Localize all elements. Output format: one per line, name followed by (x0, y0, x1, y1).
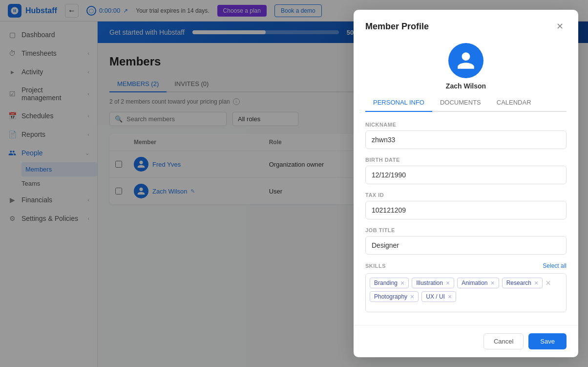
job-title-input[interactable] (365, 236, 567, 255)
modal-footer: Cancel Save (354, 325, 578, 357)
modal-body: NICKNAME BIRTH DATE TAX ID JOB TITLE SKI… (354, 112, 578, 325)
tax-id-input[interactable] (365, 201, 567, 219)
job-title-group: JOB TITLE (365, 227, 567, 255)
modal-tabs: PERSONAL INFO DOCUMENTS CALENDAR (365, 94, 567, 112)
modal-tab-documents[interactable]: DOCUMENTS (432, 94, 489, 112)
skill-tag-illustration: Illustration × (412, 278, 454, 288)
modal-tab-calendar[interactable]: CALENDAR (489, 94, 539, 112)
job-title-label: JOB TITLE (365, 227, 567, 233)
modal-title: Member Profile (365, 22, 429, 32)
skill-label-animation: Animation (462, 280, 487, 286)
skill-remove-illustration[interactable]: × (446, 280, 450, 286)
skills-group: SKILLS Select all Branding × Illustratio… (365, 262, 567, 312)
tax-id-group: TAX ID (365, 192, 567, 219)
skills-label-row: SKILLS Select all (365, 262, 567, 269)
skill-label-research: Research (506, 280, 531, 286)
skill-label-branding: Branding (374, 280, 398, 286)
skill-remove-research[interactable]: × (534, 280, 538, 286)
select-all-link[interactable]: Select all (543, 262, 567, 269)
nickname-group: NICKNAME (365, 122, 567, 149)
member-profile-modal: Member Profile ✕ Zach Wilson PERSONAL IN… (354, 10, 578, 357)
skill-remove-photography[interactable]: × (410, 293, 414, 300)
skills-label: SKILLS (365, 263, 386, 269)
modal-user-name: Zach Wilson (446, 82, 486, 90)
skill-tag-photography: Photography × (370, 291, 419, 302)
birthdate-input[interactable] (365, 166, 567, 184)
modal-avatar (448, 43, 483, 78)
tax-id-label: TAX ID (365, 192, 567, 198)
skill-remove-animation[interactable]: × (491, 280, 495, 286)
skills-container: Branding × Illustration × Animation × Re… (365, 273, 567, 312)
skill-tag-research: Research × (502, 278, 543, 288)
skill-label-photography: Photography (374, 293, 407, 300)
skill-remove-ux-ui[interactable]: × (448, 293, 452, 300)
birthdate-group: BIRTH DATE (365, 157, 567, 184)
modal-header: Member Profile ✕ (354, 10, 578, 33)
modal-avatar-section: Zach Wilson (354, 33, 578, 94)
skills-add-button[interactable]: × (546, 278, 551, 288)
skill-label-ux-ui: UX / UI (426, 293, 445, 300)
skill-tag-branding: Branding × (370, 278, 409, 288)
modal-tab-personal-info[interactable]: PERSONAL INFO (365, 94, 432, 112)
birthdate-label: BIRTH DATE (365, 157, 567, 163)
modal-close-button[interactable]: ✕ (553, 20, 567, 33)
skill-remove-branding[interactable]: × (400, 280, 404, 286)
nickname-input[interactable] (365, 130, 567, 149)
skill-label-illustration: Illustration (416, 280, 443, 286)
cancel-button[interactable]: Cancel (483, 333, 524, 349)
skill-tag-animation: Animation × (457, 278, 499, 288)
skill-tag-ux-ui: UX / UI × (421, 291, 456, 302)
save-button[interactable]: Save (528, 333, 567, 349)
nickname-label: NICKNAME (365, 122, 567, 128)
